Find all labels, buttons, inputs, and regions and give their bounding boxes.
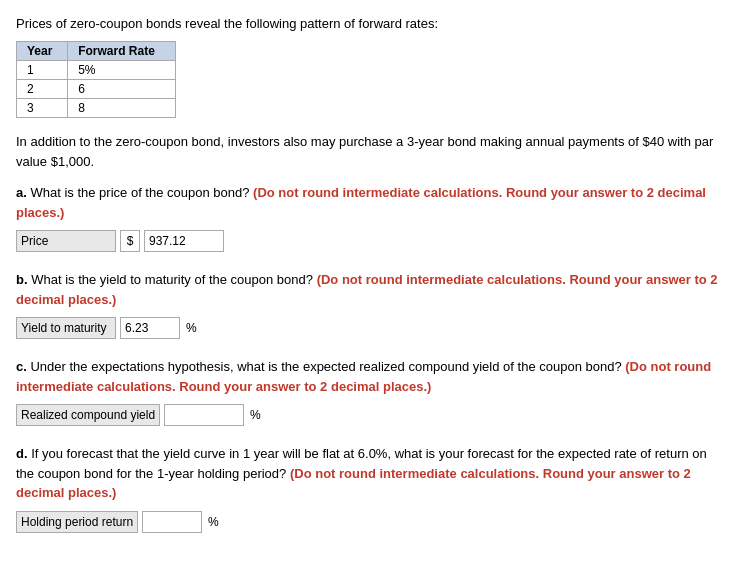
table-cell: 2 xyxy=(17,80,68,99)
forward-rates-table: Year Forward Rate 15%2638 xyxy=(16,41,176,118)
question-d-letter: d. xyxy=(16,446,28,461)
col-header-forward-rate: Forward Rate xyxy=(68,42,176,61)
table-cell: 6 xyxy=(68,80,176,99)
question-a-body: What is the price of the coupon bond? xyxy=(30,185,249,200)
question-a-letter: a. xyxy=(16,185,27,200)
intro-text: Prices of zero-coupon bonds reveal the f… xyxy=(16,16,718,31)
question-b-body: What is the yield to maturity of the cou… xyxy=(31,272,313,287)
question-c-input[interactable] xyxy=(164,404,244,426)
question-b-text: b. What is the yield to maturity of the … xyxy=(16,270,718,309)
question-b-label: Yield to maturity xyxy=(16,317,116,339)
question-a-dollar: $ xyxy=(120,230,140,252)
table-cell: 3 xyxy=(17,99,68,118)
question-b-input[interactable] xyxy=(120,317,180,339)
question-c-text: c. Under the expectations hypothesis, wh… xyxy=(16,357,718,396)
question-b: b. What is the yield to maturity of the … xyxy=(16,270,718,339)
question-d: d. If you forecast that the yield curve … xyxy=(16,444,718,533)
question-b-letter: b. xyxy=(16,272,28,287)
question-c-unit: % xyxy=(250,408,261,422)
question-a-input-row: Price $ xyxy=(16,230,718,252)
question-d-input-row: Holding period return % xyxy=(16,511,718,533)
question-c-label: Realized compound yield xyxy=(16,404,160,426)
question-c: c. Under the expectations hypothesis, wh… xyxy=(16,357,718,426)
additional-text: In addition to the zero-coupon bond, inv… xyxy=(16,132,718,171)
question-a-text: a. What is the price of the coupon bond?… xyxy=(16,183,718,222)
question-d-input[interactable] xyxy=(142,511,202,533)
col-header-year: Year xyxy=(17,42,68,61)
table-cell: 8 xyxy=(68,99,176,118)
question-b-input-row: Yield to maturity % xyxy=(16,317,718,339)
table-cell: 1 xyxy=(17,61,68,80)
question-a-label: Price xyxy=(16,230,116,252)
question-c-input-row: Realized compound yield % xyxy=(16,404,718,426)
question-b-unit: % xyxy=(186,321,197,335)
table-cell: 5% xyxy=(68,61,176,80)
question-a: a. What is the price of the coupon bond?… xyxy=(16,183,718,252)
question-d-label: Holding period return xyxy=(16,511,138,533)
question-c-body: Under the expectations hypothesis, what … xyxy=(30,359,621,374)
question-a-input[interactable] xyxy=(144,230,224,252)
question-c-letter: c. xyxy=(16,359,27,374)
question-d-text: d. If you forecast that the yield curve … xyxy=(16,444,718,503)
question-d-unit: % xyxy=(208,515,219,529)
